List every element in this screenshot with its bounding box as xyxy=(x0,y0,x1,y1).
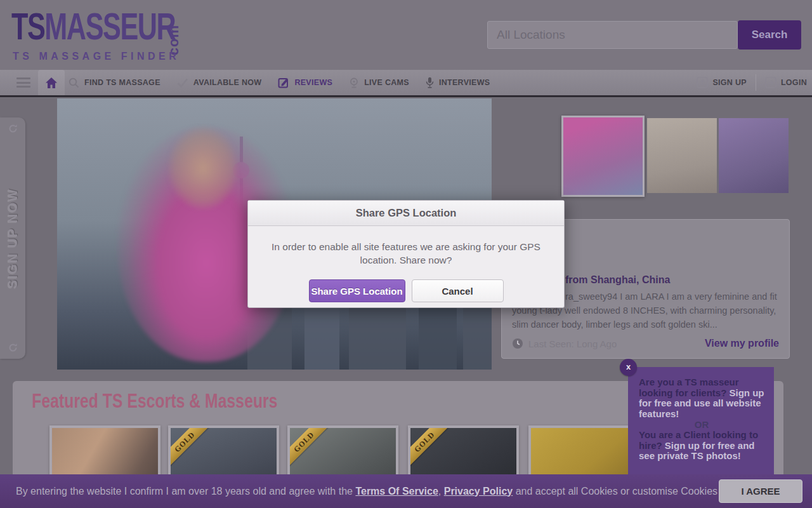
header: TSMASSEUR com TS MASSAGE FINDER Search xyxy=(0,0,812,70)
view-profile-link[interactable]: View my profile xyxy=(705,338,779,349)
profile-description-line: slim dancer body, limber legs and soft g… xyxy=(512,319,717,330)
page: TSMASSEUR com TS MASSAGE FINDER Search F… xyxy=(0,0,812,508)
modal-title: Share GPS Location xyxy=(356,207,457,219)
nav-label: SIGN UP xyxy=(712,78,747,87)
microphone-icon xyxy=(426,77,434,88)
search-input[interactable] xyxy=(487,21,738,49)
nav-reviews[interactable]: REVIEWS xyxy=(278,77,332,88)
refresh-icon xyxy=(8,124,18,133)
modal-header: Share GPS Location xyxy=(248,201,564,226)
side-tab-label: SIGN UP NOW xyxy=(6,188,20,288)
logo-ts: TS xyxy=(11,5,44,48)
gallery-thumbnail-3[interactable] xyxy=(719,118,789,193)
promo-text-2: You are a Client looking to hire? Sign u… xyxy=(639,430,764,462)
nav-label: LIVE CAMS xyxy=(364,78,409,87)
sign-up-now-side-tab[interactable]: SIGN UP NOW xyxy=(0,117,25,359)
last-seen: Last Seen: Long Ago xyxy=(512,338,617,349)
login-icon xyxy=(765,77,776,88)
promo-text-1: Are you a TS masseur looking for clients… xyxy=(639,377,764,419)
search-button[interactable]: Search xyxy=(738,20,801,50)
nav-find-ts-massage[interactable]: FIND TS MASSAGE xyxy=(69,77,160,88)
nav-label: REVIEWS xyxy=(294,78,332,87)
refresh-icon xyxy=(8,343,18,352)
nav-items: FIND TS MASSAGE AVAILABLE NOW REVIEWS LI… xyxy=(69,70,490,95)
main-nav: FIND TS MASSAGE AVAILABLE NOW REVIEWS LI… xyxy=(0,70,812,97)
check-icon xyxy=(177,78,188,88)
gallery-thumbnail-1[interactable] xyxy=(561,116,645,197)
nav-interviews[interactable]: INTERVIEWS xyxy=(426,77,490,88)
pencil-square-icon xyxy=(278,77,289,88)
cancel-button[interactable]: Cancel xyxy=(412,279,504,302)
nav-available-now[interactable]: AVAILABLE NOW xyxy=(177,78,262,88)
gold-ribbon: GOLD xyxy=(168,425,210,467)
cookie-text-middle: and accept all Cookies or customise Cook… xyxy=(513,486,720,497)
sign-up-icon xyxy=(697,77,708,88)
modal-buttons: Share GPS Location Cancel xyxy=(248,279,564,302)
logo-tagline: TS MASSAGE FINDER xyxy=(13,51,180,62)
last-seen-text: Last Seen: Long Ago xyxy=(528,338,617,349)
clock-icon xyxy=(512,338,523,349)
close-icon[interactable]: x xyxy=(620,359,637,376)
nav-label: AVAILABLE NOW xyxy=(193,78,262,87)
share-gps-location-button[interactable]: Share GPS Location xyxy=(309,279,405,302)
home-icon xyxy=(45,77,58,89)
nav-live-cams[interactable]: LIVE CAMS xyxy=(349,77,409,88)
nav-sign-up[interactable]: SIGN UP xyxy=(697,77,747,88)
modal-body-text: In order to enable all site features we … xyxy=(260,240,552,267)
nav-label: FIND TS MASSAGE xyxy=(84,78,160,87)
nav-login[interactable]: LOGIN xyxy=(765,77,807,88)
cookie-text-before: By entering the website I confirm I am o… xyxy=(16,486,355,497)
share-gps-modal: Share GPS Location In order to enable al… xyxy=(247,200,565,308)
nav-divider xyxy=(756,74,756,91)
profile-location: from Shanghai, China xyxy=(565,274,670,286)
search-icon xyxy=(69,77,79,88)
nav-label: INTERVIEWS xyxy=(439,78,490,87)
webcam-icon xyxy=(349,77,359,88)
nav-right: SIGN UP LOGIN xyxy=(697,70,807,95)
cookie-consent-bar: By entering the website I confirm I am o… xyxy=(0,474,812,508)
profile-footer: Last Seen: Long Ago View my profile xyxy=(512,338,779,349)
site-logo[interactable]: TSMASSEUR com TS MASSAGE FINDER xyxy=(11,6,195,67)
terms-of-service-link[interactable]: Terms Of Service xyxy=(355,486,438,497)
logo-wordmark: TSMASSEUR xyxy=(11,6,144,46)
gold-ribbon: GOLD xyxy=(408,425,450,467)
promo-or: OR xyxy=(639,419,764,430)
featured-title: Featured TS Escorts & Masseurs xyxy=(32,390,277,413)
cookie-text: By entering the website I confirm I am o… xyxy=(16,486,745,497)
nav-home[interactable] xyxy=(38,70,65,95)
profile-description-line: ra_sweety94 I am LARA I am a very femini… xyxy=(565,291,777,302)
nav-label: LOGIN xyxy=(781,78,807,87)
model-figure-placeholder xyxy=(168,127,238,210)
i-agree-button[interactable]: I AGREE xyxy=(719,479,802,503)
cookie-separator: , xyxy=(438,486,444,497)
gallery-thumbnail-2[interactable] xyxy=(647,118,717,193)
promo-question-1: Are you a TS masseur looking for clients… xyxy=(639,377,739,398)
promo-box: x Are you a TS masseur looking for clien… xyxy=(628,367,774,474)
privacy-policy-link[interactable]: Privacy Policy xyxy=(444,486,513,497)
logo-masseur: MASSEUR xyxy=(44,5,175,48)
gold-ribbon: GOLD xyxy=(287,425,329,467)
hamburger-menu-icon[interactable] xyxy=(16,77,30,88)
